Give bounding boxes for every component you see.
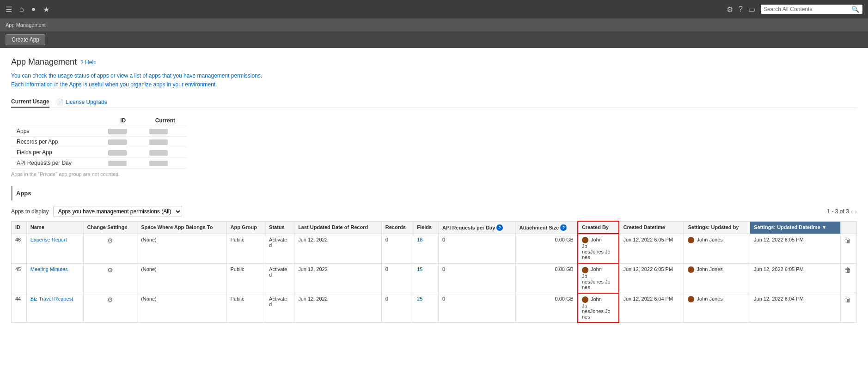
cell-space: (None)	[137, 293, 226, 323]
search-icon: 🔍	[851, 6, 859, 13]
cell-settings-updated-by: John Jones	[684, 293, 750, 323]
tab-row: Current Usage 📄 License Upgrade	[11, 97, 857, 108]
filter-label: Apps to display	[11, 208, 49, 215]
star-icon[interactable]: ★	[43, 5, 49, 14]
th-app-group: App Group	[226, 221, 265, 234]
toolbar: Create App	[0, 31, 868, 48]
cell-records: 0	[381, 293, 413, 323]
usage-limit-fields	[103, 147, 144, 158]
cell-attachment-size: 0.00 GB	[515, 263, 578, 293]
cell-last-updated: Jun 12, 2022	[294, 293, 382, 323]
usage-label-apps: Apps	[11, 126, 103, 137]
cell-last-updated: Jun 12, 2022	[294, 263, 382, 293]
usage-note: Apps in the "Private" app group are not …	[11, 171, 857, 177]
cell-fields: 25	[413, 293, 439, 323]
help-icon[interactable]: ?	[739, 5, 743, 13]
hamburger-icon[interactable]: ☰	[6, 5, 12, 14]
cell-settings-updated-datetime: Jun 12, 2022 6:05 PM	[750, 263, 841, 293]
settings-gear-icon[interactable]: ⚙	[107, 266, 113, 274]
cell-app-group: Public	[226, 263, 265, 293]
cell-id: 45	[12, 263, 27, 293]
next-page-arrow[interactable]: ›	[855, 208, 857, 215]
cell-space: (None)	[137, 234, 226, 263]
usage-current-api	[144, 158, 187, 169]
cell-created-datetime: Jun 12, 2022 6:04 PM	[619, 293, 684, 323]
usage-current-fields	[144, 147, 187, 158]
api-info-icon[interactable]: ?	[496, 224, 503, 231]
apps-filter-row: Apps to display Apps you have management…	[11, 206, 857, 217]
cell-status: Activated	[265, 263, 294, 293]
usage-col-limit: ID	[103, 115, 144, 126]
avatar	[688, 237, 694, 243]
apps-table: ID Name Change Settings Space Where App …	[11, 221, 857, 323]
cell-actions: 🗑	[841, 263, 857, 293]
cell-created-datetime: Jun 12, 2022 6:05 PM	[619, 263, 684, 293]
cell-space: (None)	[137, 263, 226, 293]
app-name-link[interactable]: Expense Report	[31, 237, 67, 242]
cell-created-by: JohnJonesJones Jones	[578, 263, 619, 293]
search-input[interactable]	[764, 6, 851, 12]
cell-settings-updated-by: John Jones	[684, 263, 750, 293]
th-name: Name	[26, 221, 83, 234]
apps-section-title: Apps	[11, 186, 857, 200]
cell-last-updated: Jun 12, 2022	[294, 234, 382, 263]
search-bar[interactable]: 🔍	[761, 5, 862, 14]
usage-row-records-per-app: Records per App	[11, 137, 187, 147]
pagination: 1 - 3 of 3 ‹ ›	[827, 208, 857, 215]
cell-actions: 🗑	[841, 234, 857, 263]
th-status: Status	[265, 221, 294, 234]
usage-limit-records	[103, 137, 144, 147]
tablet-icon[interactable]: ▭	[748, 5, 755, 14]
usage-row-apps: Apps	[11, 126, 187, 137]
pagination-text: 1 - 3 of 3	[827, 208, 849, 215]
avatar	[688, 266, 694, 273]
table-row: 45 Meeting Minutes ⚙ (None) Public Activ…	[12, 263, 857, 293]
tab-current-usage[interactable]: Current Usage	[11, 97, 49, 108]
cell-api-requests: 0	[439, 293, 516, 323]
cell-change-settings: ⚙	[83, 293, 137, 323]
th-id: ID	[12, 221, 27, 234]
avatar	[582, 267, 588, 273]
cell-api-requests: 0	[439, 263, 516, 293]
settings-gear-icon[interactable]: ⚙	[107, 296, 113, 303]
cell-id: 44	[12, 293, 27, 323]
usage-label-api: API Requests per Day	[11, 158, 103, 169]
cell-status: Activated	[265, 234, 294, 263]
usage-col-label	[11, 115, 103, 126]
usage-current-records	[144, 137, 187, 147]
avatar	[582, 296, 588, 303]
filter-left: Apps to display Apps you have management…	[11, 206, 182, 217]
usage-label-records: Records per App	[11, 137, 103, 147]
th-api-requests: API Requests per Day ?	[439, 221, 516, 234]
th-attachment-label: Attachment Size	[520, 225, 559, 230]
bell-icon[interactable]: ●	[31, 5, 36, 13]
cell-settings-updated-datetime: Jun 12, 2022 6:05 PM	[750, 234, 841, 263]
description-line1: You can check the usage status of apps o…	[11, 72, 857, 80]
tab-license-upgrade[interactable]: 📄 License Upgrade	[57, 99, 108, 105]
cell-actions: 🗑	[841, 293, 857, 323]
cell-records: 0	[381, 263, 413, 293]
th-records: Records	[381, 221, 413, 234]
usage-col-current: Current	[144, 115, 187, 126]
th-actions	[841, 221, 857, 234]
prev-page-arrow[interactable]: ‹	[851, 208, 853, 215]
usage-table: ID Current Apps Records per App Fields p…	[11, 115, 187, 169]
main-content: App Management ? Help You can check the …	[0, 48, 868, 380]
home-icon[interactable]: ⌂	[19, 5, 24, 13]
help-link[interactable]: ? Help	[80, 59, 97, 66]
cell-attachment-size: 0.00 GB	[515, 234, 578, 263]
nav-right: ⚙ ? ▭ 🔍	[727, 5, 862, 14]
usage-row-api: API Requests per Day	[11, 158, 187, 169]
gear-icon[interactable]: ⚙	[727, 5, 733, 14]
delete-icon[interactable]: 🗑	[844, 296, 851, 303]
delete-icon[interactable]: 🗑	[844, 266, 851, 274]
settings-gear-icon[interactable]: ⚙	[107, 237, 113, 244]
app-name-link[interactable]: Meeting Minutes	[31, 266, 68, 272]
delete-icon[interactable]: 🗑	[844, 237, 851, 244]
apps-filter-select[interactable]: Apps you have management permissions (Al…	[53, 206, 182, 217]
create-app-button[interactable]: Create App	[6, 34, 45, 45]
usage-limit-api	[103, 158, 144, 169]
attachment-info-icon[interactable]: ?	[560, 224, 567, 231]
app-name-link[interactable]: Biz Travel Request	[31, 296, 73, 302]
cell-fields: 18	[413, 234, 439, 263]
